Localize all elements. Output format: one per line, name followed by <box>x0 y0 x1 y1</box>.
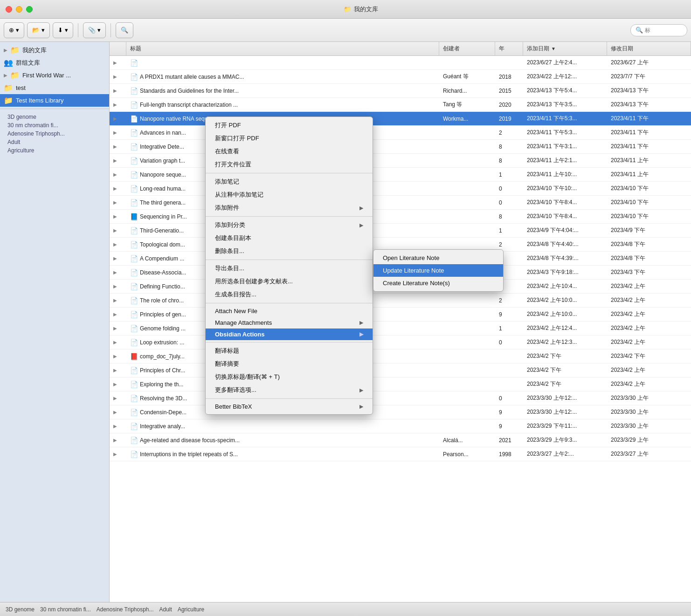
table-row[interactable]: ▶ 📄Third-Generatio... 1 2023/4/9 下午4:04:… <box>110 224 691 238</box>
table-row[interactable]: ▶ 📄Nanopore seque... 1 2023/4/11 上午10:..… <box>110 168 691 182</box>
row-expand-25[interactable]: ▶ <box>110 405 126 419</box>
cm-add-note[interactable]: 添加笔记 <box>206 175 373 188</box>
table-row[interactable]: ▶ 📄Exploring the th... 2023/4/2 下午 2023/… <box>110 377 691 391</box>
row-expand-14[interactable]: ▶ <box>110 252 126 265</box>
table-row[interactable]: ▶ 📄A PRDX1 mutant allele causes a MMAC..… <box>110 70 691 84</box>
search-button[interactable]: 🔍 <box>116 22 133 38</box>
cm-translate-abstract[interactable]: 翻译摘要 <box>206 357 373 370</box>
statusbar-tag-adult[interactable]: Adult <box>159 606 172 613</box>
cm-add-to-collection[interactable]: 添加到分类 ▶ <box>206 219 373 232</box>
table-row[interactable]: ▶ 📄Condensin-Depe... 9 2023/3/30 上午12:..… <box>110 405 691 419</box>
row-expand-28[interactable]: ▶ <box>110 447 126 461</box>
cm-view-online[interactable]: 在线查看 <box>206 145 373 158</box>
table-row[interactable]: ▶ 📄Resolving the 3D... 0 2023/3/30 上午12:… <box>110 391 691 405</box>
cm-add-attachment[interactable]: 添加附件 ▶ <box>206 201 373 214</box>
cm-switch-title[interactable]: 切换原标题/翻译(⌘ + T) <box>206 370 373 383</box>
row-expand-26[interactable]: ▶ <box>110 419 126 433</box>
cm-create-bibliography[interactable]: 用所选条目创建参考文献表... <box>206 275 373 288</box>
row-expand-8[interactable]: ▶ <box>110 168 126 181</box>
th-modified[interactable]: 修改日期 <box>607 42 691 55</box>
row-expand-15[interactable]: ▶ <box>110 266 126 279</box>
table-row[interactable]: ▶ 📄Standards and Guidelines for the Inte… <box>110 84 691 98</box>
row-expand-22[interactable]: ▶ <box>110 363 126 377</box>
new-item-button[interactable]: ⊕ ▾ <box>4 22 24 38</box>
row-expand-12[interactable]: ▶ <box>110 224 126 237</box>
close-button[interactable] <box>6 6 12 13</box>
search-input[interactable] <box>645 27 682 34</box>
cm-obsidian-actions[interactable]: Obsidian Actions ▶ <box>206 329 373 340</box>
row-expand-17[interactable]: ▶ <box>110 294 126 307</box>
row-expand-1[interactable]: ▶ <box>110 70 126 83</box>
table-row[interactable]: ▶ 📄Integrative analy... 9 2023/3/29 下午11… <box>110 419 691 433</box>
table-row[interactable]: ▶ 📄Principles of Chr... 2023/4/2 下午 2023… <box>110 363 691 377</box>
row-expand-3[interactable]: ▶ <box>110 98 126 111</box>
sm-open-lit-note[interactable]: Open Literature Note <box>373 252 503 264</box>
table-row[interactable]: ▶ 📄Principles of gen... 9 2023/4/2 上午10:… <box>110 308 691 322</box>
statusbar-tag-agriculture[interactable]: Agriculture <box>178 606 204 613</box>
cm-translate-title[interactable]: 翻译标题 <box>206 344 373 357</box>
cm-add-note-from-annotation[interactable]: 从注释中添加笔记 <box>206 188 373 201</box>
row-expand-13[interactable]: ▶ <box>110 238 126 251</box>
row-expand-4[interactable]: ▶ <box>110 112 126 125</box>
row-expand-23[interactable]: ▶ <box>110 377 126 391</box>
table-row[interactable]: ▶ 📄Nanopore native RNA sequencing of a .… <box>110 112 691 126</box>
row-expand-16[interactable]: ▶ <box>110 280 126 293</box>
sidebar-tag-30nm[interactable]: 30 nm chromatin fi... <box>4 121 105 130</box>
table-row[interactable]: ▶ 📄Full-length transcript characterizati… <box>110 98 691 112</box>
table-row[interactable]: ▶ 📕comp_doc_7july... 2023/4/2 下午 2023/4/… <box>110 349 691 363</box>
import-button[interactable]: ⬇ ▾ <box>53 22 73 38</box>
cm-open-pdf-new-win[interactable]: 新窗口打开 PDF <box>206 132 373 145</box>
row-expand-21[interactable]: ▶ <box>110 349 126 363</box>
sidebar-item-group-library[interactable]: 👥 群组文库 <box>0 56 109 69</box>
table-row[interactable]: ▶ 📄Loop extrusion: ... 0 2023/4/2 上午12:3… <box>110 335 691 349</box>
table-row[interactable]: ▶ 📄Integrative Dete... 8 2023/4/11 下午3:1… <box>110 140 691 154</box>
table-row[interactable]: ▶ 📄Long-read huma... 0 2023/4/10 下午10:..… <box>110 182 691 196</box>
table-row[interactable]: ▶ 📘Sequencing in Pr... 8 2023/4/10 下午8:4… <box>110 210 691 224</box>
cm-better-bibtex[interactable]: Better BibTeX ▶ <box>206 401 373 412</box>
statusbar-tag-3d-genome[interactable]: 3D genome <box>6 606 35 613</box>
sidebar-item-first-world-war[interactable]: ▶ 📁 First World War ... <box>0 69 109 82</box>
row-expand-24[interactable]: ▶ <box>110 391 126 405</box>
cm-generate-report[interactable]: 生成条目报告... <box>206 288 373 301</box>
sidebar-tag-agriculture[interactable]: Agriculture <box>4 146 105 155</box>
attachment-button[interactable]: 📎 ▾ <box>83 22 106 38</box>
row-expand-9[interactable]: ▶ <box>110 182 126 195</box>
table-row[interactable]: ▶ 📄Variation graph t... 8 2023/4/11 上午2:… <box>110 154 691 168</box>
table-row[interactable]: ▶ 📄 2023/6/27 上午2:4... 2023/6/27 上午 <box>110 56 691 70</box>
row-expand-19[interactable]: ▶ <box>110 322 126 335</box>
row-expand-0[interactable]: ▶ <box>110 56 126 69</box>
maximize-button[interactable] <box>26 6 33 13</box>
sm-update-lit-note[interactable]: Update Literature Note <box>373 264 503 277</box>
row-expand-5[interactable]: ▶ <box>110 126 126 139</box>
row-expand-27[interactable]: ▶ <box>110 433 126 447</box>
row-expand-7[interactable]: ▶ <box>110 154 126 167</box>
cm-manage-attachments[interactable]: Manage Attachments ▶ <box>206 317 373 329</box>
sidebar-tag-adenosine[interactable]: Adenosine Triphosph... <box>4 130 105 138</box>
table-row[interactable]: ▶ 📄The role of chro... 2 2023/4/2 上午10:0… <box>110 294 691 308</box>
statusbar-tag-30nm[interactable]: 30 nm chromatin fi... <box>40 606 91 613</box>
th-title[interactable]: 标题 <box>126 42 439 55</box>
table-row[interactable]: ▶ 📄The third genera... 0 2023/4/10 下午8:4… <box>110 196 691 210</box>
th-added[interactable]: 添加日期 ▼ <box>523 42 607 55</box>
row-expand-10[interactable]: ▶ <box>110 196 126 209</box>
cm-export-item[interactable]: 导出条目... <box>206 262 373 275</box>
sidebar-item-test-items-library[interactable]: 📁 Test Items Library <box>0 94 109 107</box>
th-creator[interactable]: 创建者 <box>439 42 495 55</box>
sidebar-item-my-library[interactable]: ▶ 📁 我的文库 <box>0 44 109 56</box>
cm-open-file-location[interactable]: 打开文件位置 <box>206 158 373 171</box>
table-row[interactable]: ▶ 📄Genome folding ... 1 2023/4/2 上午12:4.… <box>110 322 691 335</box>
sidebar-item-test[interactable]: 📁 test <box>0 82 109 94</box>
cm-more-translate[interactable]: 更多翻译选项... ▶ <box>206 383 373 397</box>
minimize-button[interactable] <box>16 6 22 13</box>
statusbar-tag-adenosine[interactable]: Adenosine Triphosph... <box>97 606 154 613</box>
table-row[interactable]: ▶ 📄Interruptions in the triplet repeats … <box>110 447 691 461</box>
cm-delete-item[interactable]: 删除条目... <box>206 245 373 258</box>
sidebar-tag-adult[interactable]: Adult <box>4 138 105 146</box>
row-expand-6[interactable]: ▶ <box>110 140 126 153</box>
sm-create-lit-notes[interactable]: Create Literature Note(s) <box>373 277 503 289</box>
row-expand-18[interactable]: ▶ <box>110 308 126 321</box>
table-row[interactable]: ▶ 📄Advances in nan... 2 2023/4/11 下午5:3.… <box>110 126 691 140</box>
cm-create-copy[interactable]: 创建条目副本 <box>206 232 373 245</box>
add-from-file-button[interactable]: 📂 ▾ <box>27 22 50 38</box>
row-expand-20[interactable]: ▶ <box>110 335 126 349</box>
